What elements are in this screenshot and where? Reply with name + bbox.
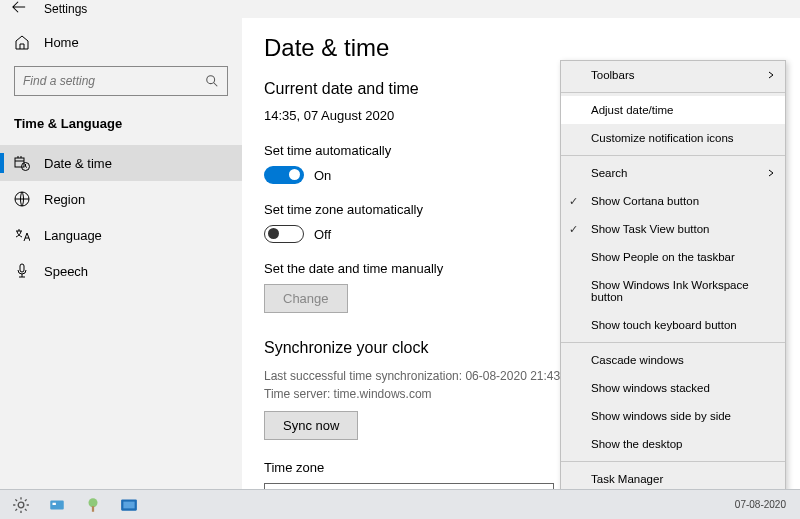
menu-stacked[interactable]: Show windows stacked xyxy=(561,374,785,402)
gear-taskbar-icon[interactable] xyxy=(12,496,30,514)
svg-point-0 xyxy=(207,76,215,84)
search-field[interactable] xyxy=(23,74,203,88)
chevron-right-icon xyxy=(767,167,775,179)
nav-region[interactable]: Region xyxy=(0,181,242,217)
nav-item-label: Speech xyxy=(44,264,88,279)
menu-side-by-side[interactable]: Show windows side by side xyxy=(561,402,785,430)
nav-home[interactable]: Home xyxy=(0,28,242,56)
nav-item-label: Region xyxy=(44,192,85,207)
toggle-switch-icon xyxy=(264,166,304,184)
nav-item-label: Language xyxy=(44,228,102,243)
menu-label: Adjust date/time xyxy=(591,104,673,116)
menu-search[interactable]: Search xyxy=(561,159,785,187)
menu-label: Show windows side by side xyxy=(591,410,731,422)
titlebar: Settings xyxy=(0,0,800,18)
menu-label: Show Cortana button xyxy=(591,195,699,207)
menu-cascade[interactable]: Cascade windows xyxy=(561,346,785,374)
taskbar-date: 07-08-2020 xyxy=(735,499,800,510)
back-button[interactable] xyxy=(12,0,26,18)
menu-separator xyxy=(561,92,785,93)
menu-label: Show Windows Ink Workspace button xyxy=(591,279,775,303)
menu-customize-notifications[interactable]: Customize notification icons xyxy=(561,124,785,152)
check-icon: ✓ xyxy=(569,223,578,236)
globe-icon xyxy=(14,191,30,207)
menu-show-people[interactable]: Show People on the taskbar xyxy=(561,243,785,271)
menu-label: Customize notification icons xyxy=(591,132,734,144)
change-button: Change xyxy=(264,284,348,313)
app-taskbar-icon[interactable] xyxy=(48,496,66,514)
sync-now-button[interactable]: Sync now xyxy=(264,411,358,440)
toggle-switch-icon xyxy=(264,225,304,243)
page-title: Date & time xyxy=(264,34,800,62)
menu-show-desktop[interactable]: Show the desktop xyxy=(561,430,785,458)
svg-rect-10 xyxy=(92,506,94,512)
menu-label: Cascade windows xyxy=(591,354,684,366)
svg-point-9 xyxy=(89,498,98,507)
menu-label: Search xyxy=(591,167,627,179)
menu-label: Show the desktop xyxy=(591,438,682,450)
taskbar-context-menu: Toolbars Adjust date/time Customize noti… xyxy=(560,60,786,519)
menu-show-cortana[interactable]: ✓Show Cortana button xyxy=(561,187,785,215)
app-taskbar-icon[interactable] xyxy=(120,496,138,514)
toggle-state: On xyxy=(314,168,331,183)
menu-adjust-date-time[interactable]: Adjust date/time xyxy=(561,96,785,124)
search-icon xyxy=(205,74,219,88)
sidebar: Home Time & Language Date & time Region … xyxy=(0,18,242,519)
chevron-right-icon xyxy=(767,69,775,81)
nav-item-label: Date & time xyxy=(44,156,112,171)
menu-label: Show touch keyboard button xyxy=(591,319,737,331)
window-title: Settings xyxy=(44,2,87,16)
menu-label: Task Manager xyxy=(591,473,663,485)
nav-speech[interactable]: Speech xyxy=(0,253,242,289)
menu-separator xyxy=(561,342,785,343)
menu-toolbars[interactable]: Toolbars xyxy=(561,61,785,89)
menu-label: Toolbars xyxy=(591,69,634,81)
app-taskbar-icon[interactable] xyxy=(84,496,102,514)
menu-show-touch-kb[interactable]: Show touch keyboard button xyxy=(561,311,785,339)
svg-rect-4 xyxy=(20,264,24,272)
check-icon: ✓ xyxy=(569,195,578,208)
clock-calendar-icon xyxy=(14,155,30,171)
nav-home-label: Home xyxy=(44,35,79,50)
menu-label: Show windows stacked xyxy=(591,382,710,394)
svg-point-6 xyxy=(18,502,24,508)
toggle-state: Off xyxy=(314,227,331,242)
nav-date-time[interactable]: Date & time xyxy=(0,145,242,181)
nav-language[interactable]: Language xyxy=(0,217,242,253)
language-icon xyxy=(14,227,30,243)
taskbar[interactable]: 07-08-2020 xyxy=(0,489,800,519)
svg-rect-1 xyxy=(15,158,24,167)
svg-rect-7 xyxy=(50,500,64,509)
menu-label: Show People on the taskbar xyxy=(591,251,735,263)
menu-separator xyxy=(561,461,785,462)
svg-rect-12 xyxy=(123,501,134,508)
menu-show-task-view[interactable]: ✓Show Task View button xyxy=(561,215,785,243)
menu-label: Show Task View button xyxy=(591,223,709,235)
svg-rect-8 xyxy=(53,502,56,504)
microphone-icon xyxy=(14,263,30,279)
category-header: Time & Language xyxy=(0,108,242,145)
menu-separator xyxy=(561,155,785,156)
menu-show-ink[interactable]: Show Windows Ink Workspace button xyxy=(561,271,785,311)
search-input[interactable] xyxy=(14,66,228,96)
